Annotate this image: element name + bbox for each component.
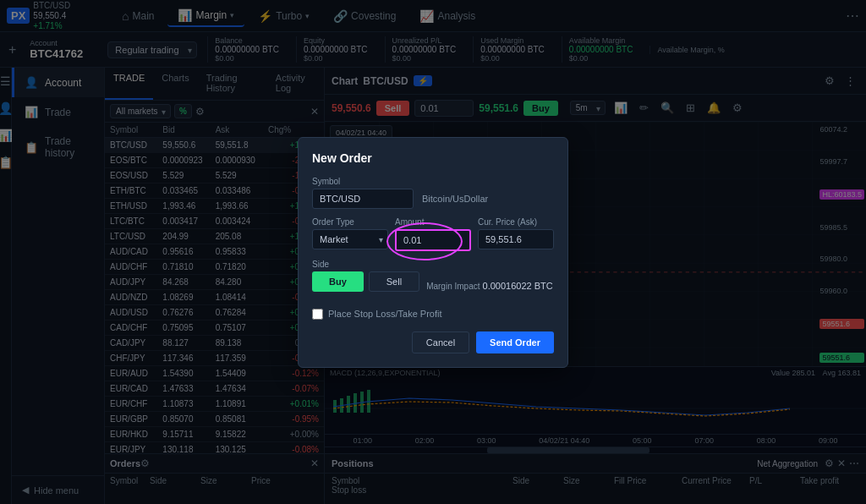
modal-margin-value: 0.00016022 BTC [483,281,553,291]
modal-symbol-name: Bitcoin/UsDollar [422,194,488,204]
modal-order-type-select[interactable]: MarketLimitStop [325,229,388,249]
modal-side-row: Buy Sell Margin Impact 0.00016022 BTC [325,271,554,300]
modal-title: New Order [325,151,554,165]
modal-order-type-wrap: MarketLimitStop [325,229,388,249]
modal-amount-input[interactable] [395,229,471,251]
modal-order-type-label: Order Type [325,217,388,227]
modal-amount-wrap [395,229,471,251]
modal-symbol-field: Symbol Bitcoin/UsDollar [325,177,554,209]
modal-symbol-label: Symbol [325,177,554,186]
right-panel: Chart BTC/USD ⚡ ⚙ ⋮ 59,550.6 Sell 59,551… [325,68,866,504]
modal-side-buttons: Buy Sell [325,271,419,292]
modal-send-order-button[interactable]: Send Order [476,331,554,353]
modal-margin-impact: Margin Impact 0.00016022 BTC [426,281,553,291]
modal-stoploss-checkbox[interactable]: Place Stop Loss/Take Profit [325,309,554,320]
stoploss-label: Place Stop Loss/Take Profit [328,309,442,319]
modal-amount-label: Amount [395,217,471,227]
modal-cur-price-field: Cur. Price (Ask) 59,551.6 [478,217,554,251]
modal-cancel-button[interactable]: Cancel [412,331,469,353]
modal-actions: Cancel Send Order [325,331,554,353]
modal-cur-price-value: 59,551.6 [478,229,554,249]
modal-order-row: Order Type MarketLimitStop Amount [325,217,554,251]
modal-cur-price-label: Cur. Price (Ask) [478,217,554,227]
modal-order-type-field: Order Type MarketLimitStop [325,217,388,251]
modal-side-label: Side [325,260,554,269]
modal-margin-label: Margin Impact [426,282,480,291]
modal-side-field: Side Buy Sell Margin Impact 0.00016022 B… [325,260,554,300]
modal-sell-button[interactable]: Sell [369,271,419,292]
main-layout: ☰ 👤 📊 📋 👤 Account 📊 Trade 📋 Trade histor… [0,68,866,504]
modal-overlay: New Order Symbol Bitcoin/UsDollar Order … [325,68,866,504]
modal-buy-button[interactable]: Buy [325,271,364,292]
modal-symbol-input[interactable] [325,189,414,209]
modal-amount-field: Amount [395,217,471,251]
new-order-modal: New Order Symbol Bitcoin/UsDollar Order … [325,137,568,368]
